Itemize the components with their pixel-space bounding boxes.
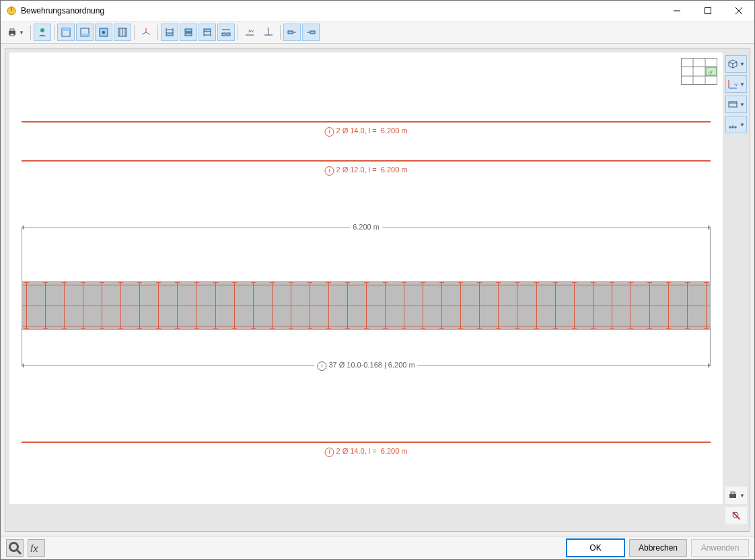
svg-rect-63 xyxy=(731,492,735,494)
rebar-label: i2 Ø 12.0, l = 6.200 m xyxy=(324,166,407,176)
section-top-button[interactable] xyxy=(57,24,75,41)
iso-view-button[interactable]: ▼ xyxy=(725,55,747,73)
section-front-button[interactable] xyxy=(95,24,112,41)
rebar-line xyxy=(22,160,711,162)
dim-mid-button[interactable] xyxy=(180,24,197,41)
window-minimize[interactable] xyxy=(661,1,692,21)
svg-line-68 xyxy=(17,550,21,554)
svg-rect-28 xyxy=(185,33,192,36)
window-title: Bewehrungsanordnung xyxy=(21,6,104,15)
app-icon xyxy=(6,5,17,16)
hatch-button[interactable] xyxy=(114,24,131,41)
zoom-fit-button[interactable]: ▼ xyxy=(725,96,747,113)
print-button[interactable]: ▼ xyxy=(3,24,28,41)
svg-point-15 xyxy=(102,31,105,34)
titlebar: Bewehrungsanordnung xyxy=(1,1,754,22)
ok-button[interactable]: OK xyxy=(566,538,625,557)
svg-line-66 xyxy=(733,512,740,519)
section-bottom-button[interactable] xyxy=(76,24,94,41)
svg-line-21 xyxy=(146,32,150,34)
svg-rect-23 xyxy=(166,33,173,36)
rebar-line xyxy=(22,121,711,123)
svg-rect-62 xyxy=(729,494,736,498)
rebar-label: i2 Ø 14.0, l = 6.200 m xyxy=(324,127,407,137)
formula-button[interactable]: fx xyxy=(28,539,45,557)
canvas-print-button[interactable]: ▼ xyxy=(725,487,747,504)
svg-rect-1 xyxy=(11,7,12,11)
svg-rect-45 xyxy=(310,31,315,34)
canvas-bottom-tools: ▼ xyxy=(725,487,746,524)
view-person-button[interactable] xyxy=(34,24,51,41)
svg-rect-13 xyxy=(81,34,89,36)
apply-button: Anwenden xyxy=(691,539,749,557)
beam-section xyxy=(22,281,711,330)
dim-multi-button[interactable] xyxy=(217,24,235,41)
svg-line-22 xyxy=(142,32,146,34)
anchor-right-button[interactable] xyxy=(302,24,320,41)
svg-point-9 xyxy=(40,28,44,32)
svg-rect-34 xyxy=(222,33,225,36)
svg-rect-30 xyxy=(204,29,211,32)
axes-button[interactable] xyxy=(137,24,155,41)
rebar-line xyxy=(22,442,711,443)
svg-rect-8 xyxy=(10,34,14,36)
xyz-axes-button[interactable]: -y▼ xyxy=(725,75,747,93)
help-button[interactable] xyxy=(6,539,24,557)
rebar-label: i2 Ø 14.0, l = 6.200 m xyxy=(324,447,407,457)
svg-rect-27 xyxy=(185,29,192,32)
svg-text:Jxx: Jxx xyxy=(248,29,254,33)
dialog-footer: fx OK Abbrechen Anwenden xyxy=(1,536,754,559)
dimension-label: i37 Ø 10.0-0.168 | 6.200 m xyxy=(314,361,417,371)
svg-rect-42 xyxy=(288,31,293,34)
dim-top-button[interactable] xyxy=(161,24,178,41)
svg-rect-56 xyxy=(729,102,737,107)
svg-text:-y: -y xyxy=(734,82,738,86)
svg-rect-35 xyxy=(227,33,230,36)
dim-bot-button[interactable] xyxy=(199,24,216,41)
svg-point-67 xyxy=(10,543,18,551)
drawing-content: i2 Ø 14.0, l = 6.200 mi2 Ø 12.0, l = 6.2… xyxy=(9,53,723,504)
svg-rect-11 xyxy=(62,28,70,31)
anchor-left-button[interactable] xyxy=(283,24,301,41)
dim-offset-button[interactable]: Jxx xyxy=(241,24,258,41)
drawing-canvas[interactable]: -y i2 Ø 14.0, l = 6.200 mi2 Ø 12.0, l = … xyxy=(5,48,750,532)
scale-button[interactable]: ▼ xyxy=(725,116,747,133)
svg-rect-3 xyxy=(705,8,711,14)
svg-rect-7 xyxy=(10,29,14,31)
ext-dim-button[interactable]: x xyxy=(260,24,277,41)
content-area: -y i2 Ø 14.0, l = 6.200 mi2 Ø 12.0, l = … xyxy=(1,44,754,536)
zoom-reset-button[interactable] xyxy=(725,507,747,524)
dimension-label: 6.200 m xyxy=(350,223,382,231)
window-maximize[interactable] xyxy=(692,1,723,21)
window-close[interactable] xyxy=(723,1,754,21)
svg-text:x: x xyxy=(267,27,269,30)
cancel-button[interactable]: Abbrechen xyxy=(629,539,687,557)
view-tools: ▼ -y▼ ▼ ▼ xyxy=(725,55,746,133)
main-toolbar: ▼ Jxx x xyxy=(1,22,754,44)
svg-text:fx: fx xyxy=(30,542,38,554)
